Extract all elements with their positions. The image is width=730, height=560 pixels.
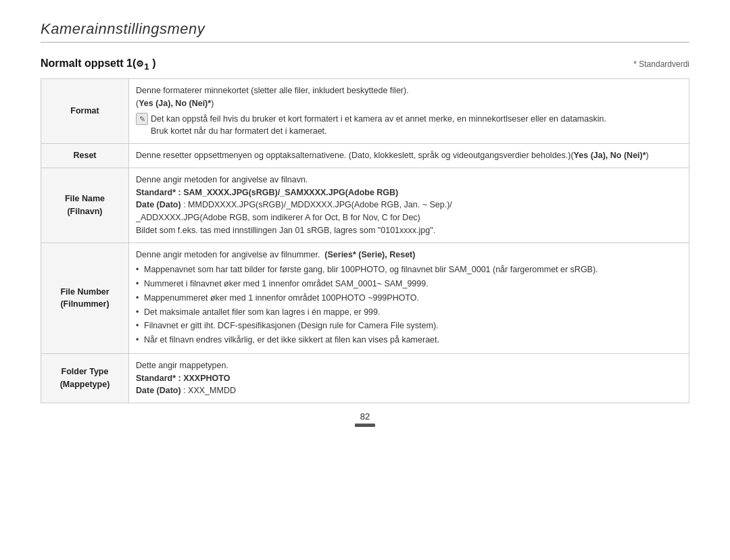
format-note: ✎ Det kan oppstå feil hvis du bruker et … [136,113,682,138]
settings-table: Format Denne formaterer minnekortet (sle… [41,78,689,403]
list-item: Nummeret i filnavnet øker med 1 innenfor… [136,278,682,290]
reset-label: Reset [41,144,129,168]
note-icon: ✎ [136,113,148,125]
standardverdi-label: * Standardverdi [633,59,689,69]
foldertype-line1: Dette angir mappetypen. [136,359,682,372]
filenumber-bullets: Mappenavnet som har tatt bilder for førs… [136,263,682,347]
filename-label: File Name(Filnavn) [41,168,129,243]
gear-icon: ⚙ [136,59,144,69]
page-number-text: 82 [360,411,370,422]
filename-line2: Standard* : SAM_XXXX.JPG(sRGB)/_SAMXXXX.… [136,186,682,199]
filenumber-intro: Denne angir metoden for angivelse av fil… [136,249,682,261]
list-item: Mappenummeret øker med 1 innenfor område… [136,292,682,305]
table-row: Reset Denne resetter oppsettmenyen og op… [41,144,689,168]
foldertype-line2: Standard* : XXXPHOTO [136,372,682,385]
section-heading-title: Normalt oppsett 1(⚙1 ) [41,57,156,72]
filename-line5: Bildet som f.eks. tas med innstillingen … [136,224,682,237]
list-item: Når et filnavn endres vilkårlig, er det … [136,334,682,347]
list-item: Filnavnet er gitt iht. DCF-spesifikasjon… [136,320,682,332]
foldertype-line3: Date (Dato) : XXX_MMDD [136,384,682,397]
page-number-bar [355,424,375,427]
table-row: File Number(Filnummer) Denne angir metod… [41,243,689,353]
table-row: Folder Type(Mappetype) Dette angir mappe… [41,353,689,403]
foldertype-label: Folder Type(Mappetype) [41,353,129,403]
list-item: Mappenavnet som har tatt bilder for førs… [136,263,682,276]
table-row: File Name(Filnavn) Denne angir metoden f… [41,168,689,243]
filenumber-label: File Number(Filnummer) [41,243,129,353]
format-main-text: Denne formaterer minnekortet (sletter al… [136,84,682,110]
list-item: Det maksimale antallet filer som kan lag… [136,306,682,319]
filename-line4: _ADDXXXX.JPG(Adobe RGB, som indikerer A … [136,211,682,224]
format-note-text: Det kan oppstå feil hvis du bruker et ko… [151,113,682,138]
filenumber-content: Denne angir metoden for angivelse av fil… [129,243,689,353]
page-title: Kamerainnstillingsmeny [41,20,689,43]
table-row: Format Denne formaterer minnekortet (sle… [41,79,689,144]
filename-content: Denne angir metoden for angivelse av fil… [129,168,689,243]
format-label: Format [41,79,129,144]
foldertype-content: Dette angir mappetypen. Standard* : XXXP… [129,353,689,403]
filename-line1: Denne angir metoden for angivelse av fil… [136,174,682,186]
reset-content: Denne resetter oppsettmenyen og opptaksa… [129,144,689,168]
page-number: 82 [41,411,689,427]
format-content: Denne formaterer minnekortet (sletter al… [129,79,689,144]
filename-line3: Date (Dato) : MMDDXXXX.JPG(sRGB)/_MDDXXX… [136,199,682,211]
section-heading: Normalt oppsett 1(⚙1 ) * Standardverdi [41,57,689,72]
